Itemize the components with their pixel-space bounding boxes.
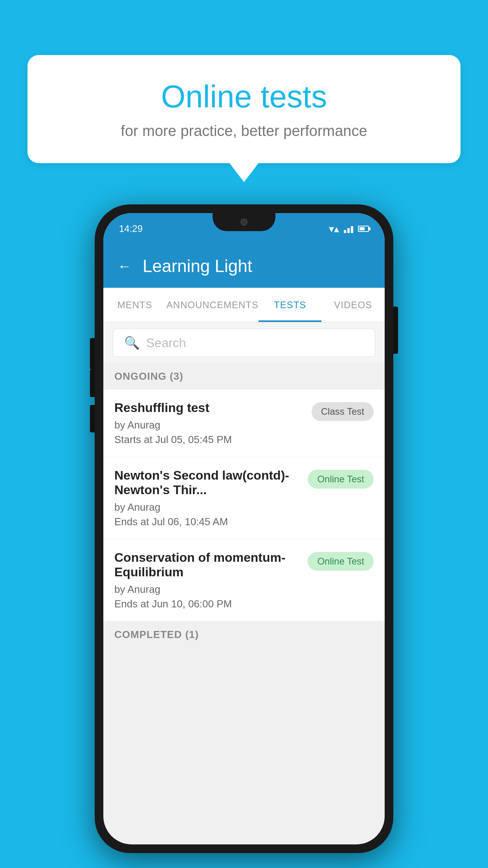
test-item-2[interactable]: Newton's Second law(contd)-Newton's Thir… (103, 457, 385, 539)
status-time: 14:29 (119, 223, 143, 234)
search-icon: 🔍 (124, 335, 140, 350)
search-container: 🔍 Search (103, 322, 385, 363)
speech-bubble-area: Online tests for more practice, better p… (28, 55, 460, 163)
test-date-3: Ends at Jun 10, 06:00 PM (114, 598, 300, 610)
search-bar[interactable]: 🔍 Search (113, 329, 375, 357)
signal-icon (344, 224, 353, 233)
app-bar: ← Learning Light (103, 245, 385, 288)
test-date-1: Starts at Jul 05, 05:45 PM (114, 434, 304, 446)
bubble-title: Online tests (59, 79, 429, 115)
speech-bubble: Online tests for more practice, better p… (28, 55, 460, 163)
test-date-2: Ends at Jul 06, 10:45 AM (114, 516, 300, 528)
test-author-2: by Anurag (114, 501, 300, 513)
test-item[interactable]: Reshuffling test by Anurag Starts at Jul… (103, 390, 385, 457)
volume-down-button (90, 405, 95, 432)
tab-tests[interactable]: TESTS (259, 288, 322, 322)
test-info-1: Reshuffling test by Anurag Starts at Jul… (114, 401, 312, 446)
test-author-1: by Anurag (114, 419, 304, 431)
ongoing-section-header: ONGOING (3) (103, 363, 385, 390)
app-bar-title: Learning Light (143, 256, 252, 276)
tab-announcements[interactable]: ANNOUNCEMENTS (167, 288, 259, 322)
wifi-icon: ▾▴ (329, 223, 339, 235)
tab-videos[interactable]: VIDEOS (321, 288, 385, 322)
phone-shell: 14:29 ▾▴ (95, 204, 393, 853)
bubble-subtitle: for more practice, better performance (59, 123, 429, 140)
test-badge-2: Online Test (308, 470, 374, 489)
test-badge-3: Online Test (308, 552, 374, 571)
test-info-2: Newton's Second law(contd)-Newton's Thir… (114, 468, 308, 528)
test-info-3: Conservation of momentum-Equilibrium by … (114, 550, 308, 610)
test-author-3: by Anurag (114, 583, 300, 596)
test-title-1: Reshuffling test (114, 401, 304, 415)
test-title-3: Conservation of momentum-Equilibrium (114, 550, 300, 579)
volume-up-button (90, 370, 95, 397)
status-icons: ▾▴ (329, 223, 369, 235)
front-camera (240, 219, 248, 226)
search-placeholder: Search (146, 336, 186, 350)
test-item-3[interactable]: Conservation of momentum-Equilibrium by … (103, 539, 385, 622)
phone-mockup: 14:29 ▾▴ (95, 204, 393, 853)
test-title-2: Newton's Second law(contd)-Newton's Thir… (114, 468, 300, 497)
phone-screen: 14:29 ▾▴ (103, 213, 385, 844)
battery-icon (358, 226, 369, 232)
phone-notch (213, 213, 275, 231)
tabs-bar: MENTS ANNOUNCEMENTS TESTS VIDEOS (103, 288, 385, 322)
test-badge-1: Class Test (312, 402, 374, 421)
status-bar: 14:29 ▾▴ (103, 213, 385, 245)
tab-ments[interactable]: MENTS (103, 288, 167, 322)
back-button[interactable]: ← (117, 258, 132, 274)
completed-section-header: COMPLETED (1) (103, 622, 385, 648)
